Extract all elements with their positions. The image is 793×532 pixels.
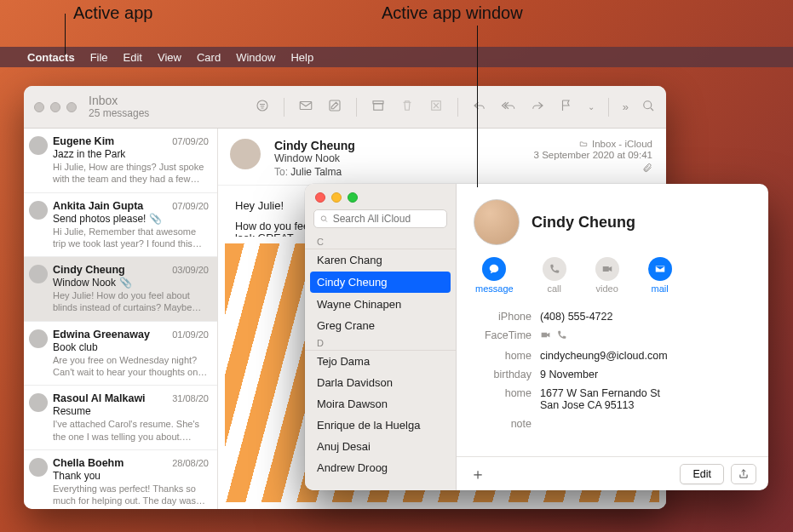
contact-row[interactable]: Darla Davidson: [305, 372, 456, 393]
message-item[interactable]: Edwina Greenaway01/09/20Book clubAre you…: [24, 322, 217, 386]
contacts-window: CKaren ChangCindy CheungWayne ChinapenGr…: [305, 184, 768, 490]
contacts-list[interactable]: CKaren ChangCindy CheungWayne ChinapenGr…: [305, 235, 456, 478]
contact-row[interactable]: Greg Crane: [305, 315, 456, 336]
mail-traffic-lights[interactable]: [34, 102, 77, 112]
callout-line-right: [477, 26, 478, 187]
field-value[interactable]: 9 November: [540, 369, 751, 380]
msg-from: Chella Boehm: [53, 457, 124, 469]
msg-date: 31/08/20: [172, 393, 209, 403]
contact-row[interactable]: Wayne Chinapen: [305, 294, 456, 315]
share-icon: [738, 468, 750, 480]
avatar: [29, 201, 48, 220]
message-item[interactable]: Eugene Kim07/09/20Jazz in the ParkHi Jul…: [24, 129, 217, 193]
menu-app-name[interactable]: Contacts: [27, 51, 75, 64]
contact-row[interactable]: Cindy Cheung: [310, 272, 451, 293]
contact-row[interactable]: Enrique de la Huelga: [305, 415, 456, 436]
reply-all-icon[interactable]: [501, 98, 516, 116]
msg-subject: Book club: [53, 341, 209, 353]
junk-icon[interactable]: [428, 98, 444, 116]
share-button[interactable]: [731, 464, 756, 484]
section-header: D: [305, 336, 456, 351]
field-row: homecindycheung9@icloud.com: [474, 346, 751, 365]
contacts-traffic-lights[interactable]: [305, 184, 456, 208]
compose-icon[interactable]: [327, 98, 342, 116]
contact-name: Cindy Cheung: [532, 214, 635, 232]
contact-row[interactable]: Andrew Droog: [305, 457, 456, 478]
msg-from: Ankita Jain Gupta: [53, 200, 143, 212]
header-to: Julie Talma: [290, 166, 342, 178]
field-row: iPhone(408) 555-4722: [474, 307, 751, 326]
msg-preview: Everything was perfect! Thanks so much f…: [53, 483, 209, 507]
attachment-icon[interactable]: [534, 162, 652, 175]
contact-row[interactable]: Anuj Desai: [305, 436, 456, 457]
action-call[interactable]: call: [543, 257, 566, 294]
message-item[interactable]: Ankita Jain Gupta07/09/20Send photos ple…: [24, 193, 217, 258]
menu-file[interactable]: File: [90, 51, 108, 64]
menu-card[interactable]: Card: [197, 51, 221, 64]
callout-active-app: Active app: [73, 3, 152, 23]
menu-window[interactable]: Window: [236, 51, 275, 64]
svg-point-7: [321, 216, 325, 220]
message-list[interactable]: Eugene Kim07/09/20Jazz in the ParkHi Jul…: [24, 129, 218, 509]
contact-row[interactable]: Tejo Dama: [305, 351, 456, 372]
msg-from: Eugene Kim: [53, 135, 114, 147]
flag-icon[interactable]: [559, 98, 574, 116]
menu-view[interactable]: View: [158, 51, 181, 64]
field-value[interactable]: (408) 555-4722: [540, 311, 751, 323]
trash-icon[interactable]: [399, 98, 415, 116]
avatar: [29, 393, 48, 412]
field-row: home1677 W San Fernando St San Jose CA 9…: [474, 384, 751, 415]
msg-date: 28/08/20: [172, 458, 209, 468]
video-icon[interactable]: [540, 329, 551, 340]
edit-button[interactable]: Edit: [680, 464, 724, 484]
forward-icon[interactable]: [530, 98, 545, 116]
paperclip-icon: 📎: [119, 277, 132, 289]
mail-title: Inbox: [89, 94, 149, 107]
contact-row[interactable]: Karen Chang: [305, 249, 456, 271]
close-icon[interactable]: [315, 192, 325, 203]
avatar: [29, 458, 48, 477]
msg-subject: Window Nook📎: [53, 277, 209, 289]
msg-date: 03/09/20: [172, 265, 209, 275]
envelope-icon[interactable]: [298, 98, 313, 116]
header-mailbox[interactable]: Inbox - iCloud: [578, 139, 652, 149]
field-value[interactable]: [540, 329, 751, 343]
search-icon[interactable]: [641, 98, 656, 116]
archive-icon[interactable]: [371, 98, 386, 116]
callout-labels: Active app Active app window: [0, 0, 793, 47]
mail-subtitle: 25 messages: [89, 108, 149, 119]
sender-avatar: [230, 139, 261, 169]
message-item[interactable]: Chella Boehm28/08/20Thank youEverything …: [24, 450, 217, 509]
action-video[interactable]: video: [595, 257, 619, 294]
more-icon[interactable]: »: [623, 100, 627, 113]
add-button[interactable]: ＋: [468, 465, 487, 483]
msg-date: 07/09/20: [172, 201, 209, 211]
svg-point-6: [644, 101, 652, 109]
msg-from: Cindy Cheung: [53, 264, 125, 276]
field-row: birthday9 November: [474, 365, 751, 384]
mail-toolbar: Inbox 25 messages ⌄ »: [24, 86, 666, 129]
minimize-icon[interactable]: [331, 192, 342, 203]
contact-row[interactable]: Moira Dawson: [305, 393, 456, 415]
reply-icon[interactable]: [472, 98, 487, 116]
field-row: note: [474, 415, 751, 433]
menu-help[interactable]: Help: [290, 51, 313, 64]
field-label: home: [474, 387, 540, 399]
contacts-search[interactable]: [313, 209, 447, 228]
chevron-down-icon[interactable]: ⌄: [588, 102, 595, 112]
field-value[interactable]: 1677 W San Fernando St San Jose CA 95113: [540, 387, 751, 411]
field-value[interactable]: cindycheung9@icloud.com: [540, 350, 751, 362]
header-date: 3 September 2020 at 09:41: [534, 150, 652, 160]
filter-icon[interactable]: [255, 98, 270, 116]
svg-rect-4: [374, 104, 383, 111]
msg-preview: Hi Julie, Remember that awesome trip we …: [53, 226, 209, 250]
svg-rect-1: [300, 102, 312, 110]
search-input[interactable]: [333, 213, 441, 225]
message-item[interactable]: Cindy Cheung03/09/20Window Nook📎Hey Juli…: [24, 257, 217, 322]
action-message[interactable]: message: [475, 257, 514, 294]
action-mail[interactable]: mail: [648, 257, 672, 294]
message-item[interactable]: Rasoul Al Malkawi31/08/20ResumeI've atta…: [24, 386, 217, 450]
menu-edit[interactable]: Edit: [124, 51, 142, 64]
phone-icon[interactable]: [556, 329, 567, 340]
zoom-icon[interactable]: [348, 192, 358, 203]
